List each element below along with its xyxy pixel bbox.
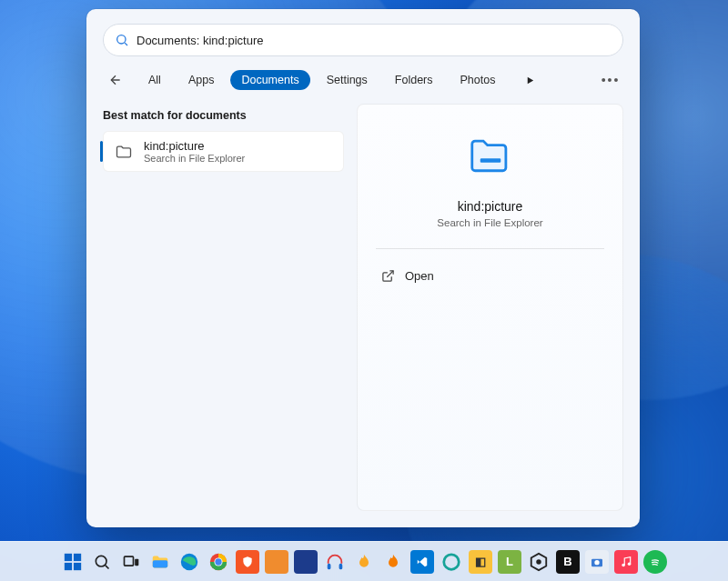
- open-external-icon: [379, 267, 396, 284]
- taskbar-chrome[interactable]: [207, 550, 230, 574]
- preview-title: kind:picture: [458, 199, 523, 214]
- preview-folder-icon: [466, 132, 515, 185]
- tab-settings[interactable]: Settings: [316, 70, 379, 90]
- folder-icon: [150, 552, 170, 572]
- taskbar-yellow-app[interactable]: ◧: [469, 550, 492, 574]
- tab-documents[interactable]: Documents: [230, 70, 309, 90]
- windows-icon: [63, 552, 83, 572]
- taskbar-teal-circle[interactable]: [440, 550, 463, 574]
- svg-rect-4: [480, 158, 500, 163]
- results-pane: Best match for documents kind:picture Se…: [103, 104, 344, 511]
- taskbar-bold-app[interactable]: B: [556, 550, 580, 574]
- result-subtitle: Search in File Explorer: [144, 153, 245, 164]
- taskbar-hex-app[interactable]: [527, 550, 551, 574]
- svg-rect-7: [74, 553, 81, 560]
- chrome-icon: [208, 552, 228, 572]
- svg-point-0: [117, 35, 126, 44]
- taskbar-camera[interactable]: [585, 550, 609, 574]
- taskbar-search[interactable]: [90, 550, 114, 574]
- ellipsis-icon: •••: [602, 73, 621, 87]
- more-filters-button[interactable]: [519, 69, 541, 91]
- shield-icon: [241, 556, 254, 568]
- svg-line-5: [387, 270, 393, 276]
- circle-icon: [441, 552, 461, 572]
- taskbar-app-orange[interactable]: [265, 550, 288, 574]
- taskbar-lime-app[interactable]: L: [498, 550, 521, 574]
- taskbar-spotify[interactable]: [643, 550, 667, 574]
- action-open-label: Open: [405, 269, 434, 283]
- flame-icon: [384, 553, 402, 571]
- taskbar: ◧ L B: [0, 541, 728, 581]
- content-area: Best match for documents kind:picture Se…: [86, 104, 640, 527]
- svg-point-29: [628, 562, 632, 566]
- hexagon-icon: [529, 552, 549, 572]
- divider: [376, 248, 604, 249]
- spotify-icon: [649, 556, 662, 568]
- taskbar-brave[interactable]: [236, 550, 259, 574]
- svg-point-20: [215, 558, 221, 565]
- svg-rect-21: [328, 563, 331, 568]
- tab-all[interactable]: All: [137, 70, 172, 90]
- play-icon: [525, 75, 535, 85]
- taskbar-taskview[interactable]: [119, 550, 143, 574]
- svg-rect-8: [65, 562, 72, 569]
- overflow-button[interactable]: •••: [598, 67, 623, 93]
- svg-point-10: [96, 556, 106, 566]
- taskbar-start[interactable]: [61, 550, 85, 574]
- edge-icon: [179, 552, 199, 572]
- filter-tabs: All Apps Documents Settings Folders Phot…: [86, 64, 640, 104]
- tab-folders[interactable]: Folders: [384, 70, 444, 90]
- flame-icon: [355, 553, 373, 571]
- svg-rect-9: [74, 562, 81, 569]
- preview-subtitle: Search in File Explorer: [437, 217, 542, 228]
- taskbar-app-navy[interactable]: [294, 550, 318, 574]
- taskview-icon: [122, 553, 140, 571]
- camera-icon: [590, 555, 604, 569]
- svg-rect-14: [153, 560, 168, 567]
- svg-rect-6: [65, 553, 72, 560]
- svg-point-28: [622, 563, 625, 566]
- music-icon: [620, 556, 632, 568]
- svg-point-25: [536, 559, 541, 565]
- taskbar-media[interactable]: [323, 550, 347, 574]
- result-item[interactable]: kind:picture Search in File Explorer: [103, 131, 344, 172]
- taskbar-flame[interactable]: [352, 550, 376, 574]
- tab-apps[interactable]: Apps: [177, 70, 226, 90]
- svg-line-1: [125, 43, 127, 45]
- back-button[interactable]: [103, 67, 128, 93]
- svg-point-23: [444, 554, 460, 569]
- preview-pane: kind:picture Search in File Explorer Ope…: [357, 104, 623, 511]
- taskbar-edge[interactable]: [177, 550, 201, 574]
- search-bar[interactable]: [103, 24, 623, 56]
- svg-point-27: [594, 560, 599, 565]
- search-icon: [115, 33, 129, 47]
- svg-marker-3: [528, 76, 533, 83]
- taskbar-music[interactable]: [614, 550, 638, 574]
- svg-line-11: [106, 565, 109, 568]
- tab-photos[interactable]: Photos: [450, 70, 507, 90]
- svg-rect-22: [339, 563, 343, 568]
- svg-rect-12: [125, 556, 134, 566]
- taskbar-explorer[interactable]: [148, 550, 172, 574]
- headphones-icon: [325, 552, 345, 572]
- action-open[interactable]: Open: [376, 262, 604, 289]
- taskbar-burn[interactable]: [381, 550, 405, 574]
- search-window: All Apps Documents Settings Folders Phot…: [86, 9, 640, 527]
- arrow-left-icon: [108, 73, 123, 87]
- result-title: kind:picture: [144, 139, 245, 153]
- section-title: Best match for documents: [103, 109, 344, 122]
- taskbar-vscode[interactable]: [410, 550, 434, 574]
- folder-search-icon: [113, 141, 135, 163]
- search-input[interactable]: [136, 34, 612, 47]
- vscode-icon: [416, 556, 429, 568]
- search-icon: [93, 553, 111, 571]
- svg-rect-13: [135, 558, 138, 566]
